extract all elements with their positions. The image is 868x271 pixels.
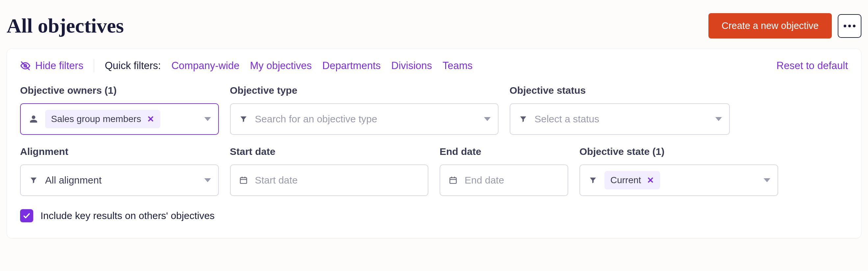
state-chip-label: Current [610,175,641,185]
objective-state-label: Objective state (1) [580,146,778,157]
owner-chip: Sales group members ✕ [45,110,160,128]
owner-chip-label: Sales group members [51,114,141,124]
chevron-down-icon [764,178,770,182]
owner-chip-remove[interactable]: ✕ [147,114,154,124]
objective-type-select[interactable]: Search for an objective type [230,103,498,135]
filter-panel: Hide filters Quick filters: Company-wide… [7,48,861,238]
filter-icon [518,115,529,123]
state-chip-remove[interactable]: ✕ [647,175,654,185]
svg-rect-6 [450,178,456,183]
objective-status-label: Objective status [510,85,730,96]
filter-icon [28,176,39,184]
state-chip: Current ✕ [604,171,660,190]
hide-filters-label: Hide filters [35,60,83,72]
quick-filter-my-objectives[interactable]: My objectives [250,60,312,72]
quick-filter-divisions[interactable]: Divisions [391,60,432,72]
reset-to-default-link[interactable]: Reset to default [777,60,848,72]
alignment-value: All alignment [45,175,198,186]
objective-type-placeholder: Search for an objective type [255,113,478,125]
start-date-label: Start date [230,146,429,157]
end-date-placeholder: End date [465,175,560,186]
create-objective-button[interactable]: Create a new objective [708,13,832,38]
quick-filter-teams[interactable]: Teams [442,60,472,72]
objective-owners-select[interactable]: Sales group members ✕ [20,103,219,135]
alignment-select[interactable]: All alignment [20,164,219,196]
dots-icon [844,25,846,27]
page-title: All objectives [7,14,124,37]
include-key-results-label: Include key results on others' objective… [40,210,215,221]
objective-status-placeholder: Select a status [535,113,709,125]
start-date-input[interactable]: Start date [230,164,429,196]
overflow-menu-button[interactable] [838,14,861,38]
alignment-label: Alignment [20,146,219,157]
filter-icon [587,176,598,184]
objective-status-select[interactable]: Select a status [510,103,730,135]
filter-icon [238,115,249,123]
objective-type-label: Objective type [230,85,498,96]
quick-filter-departments[interactable]: Departments [322,60,381,72]
divider [94,59,94,72]
svg-rect-2 [240,178,247,183]
eye-off-icon [20,61,31,71]
start-date-placeholder: Start date [255,175,421,186]
chevron-down-icon [715,117,722,121]
end-date-label: End date [440,146,568,157]
objective-state-select[interactable]: Current ✕ [580,164,778,196]
end-date-input[interactable]: End date [440,164,568,196]
person-icon [28,115,39,123]
calendar-icon [447,176,459,184]
chevron-down-icon [204,117,211,121]
hide-filters-toggle[interactable]: Hide filters [20,60,83,72]
objective-owners-label: Objective owners (1) [20,85,219,96]
check-icon [23,212,31,220]
chevron-down-icon [484,117,491,121]
quick-filter-company-wide[interactable]: Company-wide [172,60,240,72]
quick-filters-label: Quick filters: [105,60,161,72]
include-key-results-checkbox[interactable] [20,209,33,222]
chevron-down-icon [204,178,211,182]
calendar-icon [238,176,249,184]
